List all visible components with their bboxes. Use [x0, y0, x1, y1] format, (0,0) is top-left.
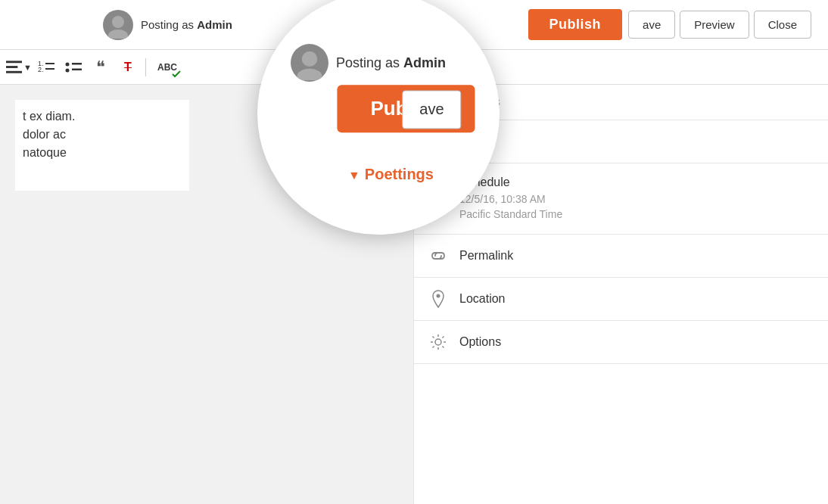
ordered-list-button[interactable]: 1. 2.: [33, 54, 59, 80]
editor-line-1: t ex diam.: [23, 107, 182, 126]
schedule-datetime: 12/5/16, 10:38 AMPacific Standard Time: [459, 192, 813, 222]
svg-point-28: [297, 69, 322, 80]
schedule-content: Schedule 12/5/16, 10:38 AMPacific Standa…: [459, 176, 813, 222]
location-content: Location: [459, 292, 813, 306]
pin-icon: [429, 290, 447, 308]
svg-rect-11: [72, 63, 82, 65]
posting-as-label: Posting as: [141, 18, 197, 31]
editor-line-2: dolor ac: [23, 126, 182, 144]
permalink-content: Permalink: [459, 249, 813, 263]
sidebar-item-permalink[interactable]: Permalink: [414, 235, 828, 278]
svg-rect-7: [45, 63, 54, 64]
magnifier-inner: Posting as Admin Publish ave ▼Poettings: [257, 0, 500, 235]
svg-rect-4: [6, 70, 22, 73]
svg-point-9: [66, 62, 70, 66]
posting-as-text: Posting as Admin: [141, 18, 232, 31]
avatar: [103, 10, 133, 40]
unordered-list-button[interactable]: [61, 54, 86, 80]
svg-point-10: [66, 68, 70, 72]
magnifier-avatar-icon: [292, 45, 327, 80]
svg-line-24: [443, 347, 444, 348]
svg-rect-12: [72, 68, 82, 70]
options-content: Options: [459, 335, 813, 349]
magnifier-save-button[interactable]: ave: [402, 90, 461, 129]
gear-icon: [429, 333, 447, 351]
toolbar-separator: [145, 58, 146, 76]
options-label: Options: [459, 335, 813, 349]
svg-line-26: [433, 347, 434, 348]
spellcheck-check-icon: [172, 70, 181, 78]
magnifier-settings-text: ▼Poettings: [348, 166, 434, 183]
link-icon: [429, 247, 447, 265]
align-button[interactable]: ▼: [6, 54, 32, 80]
svg-rect-3: [6, 66, 17, 68]
preview-button[interactable]: Preview: [680, 11, 749, 39]
blockquote-button[interactable]: ❝: [88, 54, 114, 80]
magnifier-posting-as: Posting as Admin: [291, 44, 446, 82]
ordered-list-icon: 1. 2.: [38, 60, 54, 75]
svg-rect-8: [45, 68, 54, 70]
strikethrough-button[interactable]: T: [115, 54, 141, 80]
schedule-label: Schedule: [459, 176, 813, 189]
editor-line-3: natoque: [23, 144, 182, 162]
avatar-icon: [104, 11, 132, 39]
align-icon: [6, 61, 22, 74]
svg-point-17: [437, 294, 440, 298]
labels-content: Labels: [459, 135, 813, 148]
location-label: Location: [459, 292, 813, 306]
svg-point-18: [435, 339, 441, 345]
svg-text:2.: 2.: [38, 66, 44, 73]
permalink-label: Permalink: [459, 249, 813, 263]
save-button[interactable]: ave: [628, 11, 675, 39]
svg-point-1: [108, 30, 128, 39]
svg-line-23: [433, 337, 434, 338]
labels-label: Labels: [459, 135, 813, 148]
editor-content[interactable]: t ex diam. dolor ac natoque: [15, 100, 189, 191]
magnifier-avatar: [291, 44, 328, 82]
unordered-list-icon: [65, 60, 82, 75]
magnifier-posting-text: Posting as Admin: [336, 55, 446, 71]
posting-as-section: Posting as Admin: [103, 10, 232, 40]
magnifier-overlay: Posting as Admin Publish ave ▼Poettings: [257, 0, 500, 235]
sidebar-item-options[interactable]: Options: [414, 321, 828, 364]
svg-rect-2: [6, 61, 22, 63]
publish-button[interactable]: Publish: [528, 9, 623, 40]
svg-point-27: [302, 51, 317, 67]
spellcheck-button[interactable]: ABC: [151, 54, 184, 80]
sidebar-item-location[interactable]: Location: [414, 278, 828, 321]
svg-point-0: [112, 16, 124, 28]
svg-line-25: [443, 337, 444, 338]
close-button[interactable]: Close: [754, 11, 811, 39]
posting-as-user: Admin: [197, 18, 232, 31]
